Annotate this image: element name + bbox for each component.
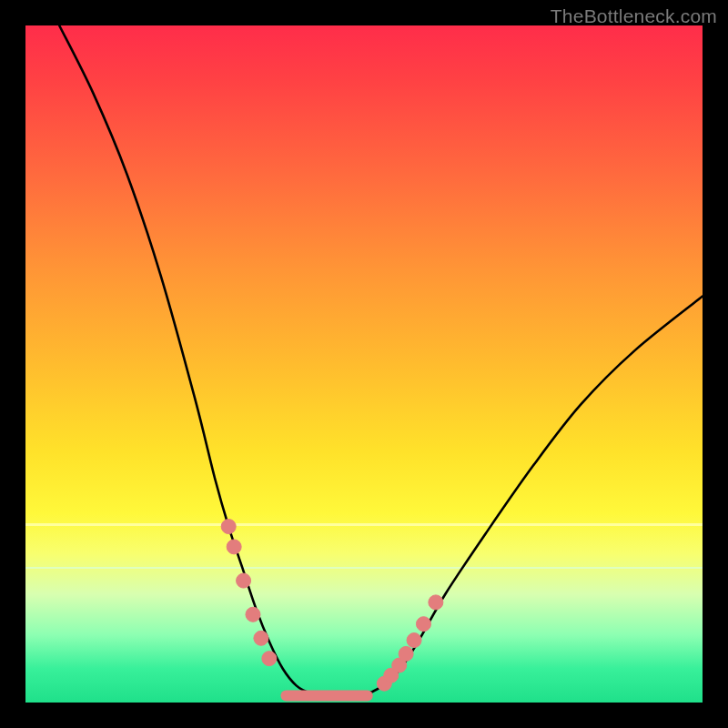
marker-dot bbox=[429, 595, 443, 610]
chart-frame: TheBottleneck.com bbox=[0, 0, 728, 728]
marker-dot bbox=[416, 617, 430, 632]
marker-dot bbox=[221, 520, 236, 534]
bottleneck-curve bbox=[59, 25, 703, 696]
marker-dot bbox=[407, 633, 421, 648]
marker-dot bbox=[262, 652, 277, 666]
marker-dot bbox=[399, 646, 413, 661]
marker-dot bbox=[237, 573, 251, 588]
plot-area bbox=[25, 25, 703, 703]
marker-dot bbox=[246, 607, 260, 622]
marker-group bbox=[221, 520, 443, 696]
marker-dot bbox=[227, 540, 241, 554]
watermark-text: TheBottleneck.com bbox=[551, 5, 717, 27]
curve-svg bbox=[25, 25, 703, 703]
marker-dot bbox=[254, 631, 268, 645]
